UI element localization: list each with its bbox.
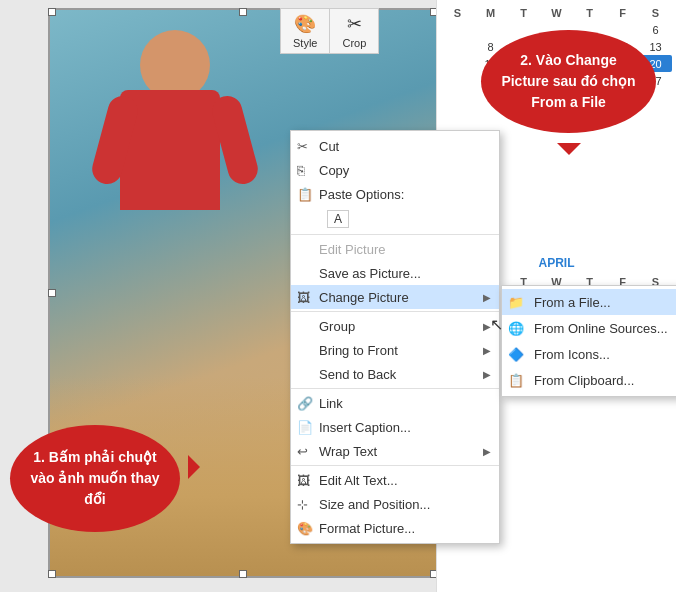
callout-left-text: 1. Bấm phải chuột vào ảnh muốn thay đổi: [30, 449, 159, 507]
ctx-send-back-label: Send to Back: [319, 367, 396, 382]
submenu-clipboard-label: From Clipboard...: [534, 373, 634, 388]
bring-front-arrow: ▶: [483, 345, 491, 356]
crop-icon: ✂: [347, 13, 362, 35]
paste-icon: 📋: [297, 187, 313, 202]
style-label: Style: [293, 37, 317, 49]
divider-3: [291, 388, 499, 389]
ctx-link-label: Link: [319, 396, 343, 411]
ctx-paste-options[interactable]: 📋 Paste Options:: [291, 182, 499, 206]
crop-label: Crop: [342, 37, 366, 49]
change-picture-submenu: 📁 From a File... 🌐 From Online Sources..…: [501, 285, 676, 397]
cal-header-t2: T: [573, 4, 606, 21]
divider-2: [291, 311, 499, 312]
caption-icon: 📄: [297, 420, 313, 435]
cal-header-f1: F: [606, 4, 639, 21]
cal-header-t1: T: [507, 4, 540, 21]
ctx-save-picture[interactable]: Save as Picture...: [291, 261, 499, 285]
ctx-copy[interactable]: ⎘ Copy: [291, 158, 499, 182]
ctx-change-picture-label: Change Picture: [319, 290, 409, 305]
picture-toolbar: 🎨 Style ✂ Crop: [280, 8, 379, 54]
cut-icon: ✂: [297, 139, 308, 154]
online-icon: 🌐: [508, 321, 524, 336]
ctx-format-picture[interactable]: 🎨 Format Picture...: [291, 516, 499, 540]
cal-header-s1: S: [441, 4, 474, 21]
icons-icon: 🔷: [508, 347, 524, 362]
clipboard-icon: 📋: [508, 373, 524, 388]
size-icon: ⊹: [297, 497, 308, 512]
send-back-arrow: ▶: [483, 369, 491, 380]
ctx-format-picture-label: Format Picture...: [319, 521, 415, 536]
ctx-wrap-text-label: Wrap Text: [319, 444, 377, 459]
ctx-edit-alt-label: Edit Alt Text...: [319, 473, 398, 488]
submenu-icons[interactable]: 🔷 From Icons...: [502, 341, 676, 367]
submenu-from-file-label: From a File...: [534, 295, 611, 310]
divider-4: [291, 465, 499, 466]
submenu-icons-label: From Icons...: [534, 347, 610, 362]
link-icon: 🔗: [297, 396, 313, 411]
ctx-copy-label: Copy: [319, 163, 349, 178]
change-picture-icon: 🖼: [297, 290, 310, 305]
ctx-group[interactable]: Group ▶: [291, 314, 499, 338]
context-menu: ✂ Cut ⎘ Copy 📋 Paste Options: A Edit Pic…: [290, 130, 500, 544]
cal-header-m1: M: [474, 4, 507, 21]
style-button[interactable]: 🎨 Style: [280, 8, 329, 54]
alt-icon: 🖼: [297, 473, 310, 488]
boy-figure: [80, 30, 280, 350]
cal-header-s2: S: [639, 4, 672, 21]
ctx-size-position-label: Size and Position...: [319, 497, 430, 512]
callout-right: 2. Vào Change Picture sau đó chọn From a…: [481, 30, 656, 133]
change-picture-arrow: ▶: [483, 292, 491, 303]
ctx-bring-front[interactable]: Bring to Front ▶: [291, 338, 499, 362]
mouse-cursor: ↖: [490, 315, 502, 333]
file-icon: 📁: [508, 295, 524, 310]
wrap-icon: ↩: [297, 444, 308, 459]
ctx-insert-caption[interactable]: 📄 Insert Caption...: [291, 415, 499, 439]
submenu-clipboard[interactable]: 📋 From Clipboard...: [502, 367, 676, 393]
callout-left: 1. Bấm phải chuột vào ảnh muốn thay đổi: [10, 425, 180, 532]
format-icon: 🎨: [297, 521, 313, 536]
divider-1: [291, 234, 499, 235]
ctx-cut-label: Cut: [319, 139, 339, 154]
ctx-link[interactable]: 🔗 Link: [291, 391, 499, 415]
ctx-paste-label: Paste Options:: [319, 187, 404, 202]
copy-icon: ⎘: [297, 163, 305, 178]
ctx-insert-caption-label: Insert Caption...: [319, 420, 411, 435]
ctx-change-picture[interactable]: 🖼 Change Picture ▶ 📁 From a File... 🌐 Fr…: [291, 285, 499, 309]
paste-a-icon: A: [327, 210, 349, 228]
ctx-edit-picture-label: Edit Picture: [319, 242, 385, 257]
ctx-edit-picture[interactable]: Edit Picture: [291, 237, 499, 261]
cal-header-w1: W: [540, 4, 573, 21]
ctx-bring-front-label: Bring to Front: [319, 343, 398, 358]
submenu-from-file[interactable]: 📁 From a File...: [502, 289, 676, 315]
submenu-online-label: From Online Sources...: [534, 321, 668, 336]
callout-right-text: 2. Vào Change Picture sau đó chọn From a…: [501, 52, 635, 110]
ctx-send-back[interactable]: Send to Back ▶: [291, 362, 499, 386]
style-icon: 🎨: [294, 13, 316, 35]
ctx-group-label: Group: [319, 319, 355, 334]
ctx-wrap-text[interactable]: ↩ Wrap Text ▶: [291, 439, 499, 463]
submenu-online-sources[interactable]: 🌐 From Online Sources...: [502, 315, 676, 341]
ctx-paste-a[interactable]: A: [291, 206, 499, 232]
ctx-cut[interactable]: ✂ Cut: [291, 134, 499, 158]
wrap-arrow: ▶: [483, 446, 491, 457]
ctx-size-position[interactable]: ⊹ Size and Position...: [291, 492, 499, 516]
ctx-save-picture-label: Save as Picture...: [319, 266, 421, 281]
ctx-edit-alt[interactable]: 🖼 Edit Alt Text...: [291, 468, 499, 492]
crop-button[interactable]: ✂ Crop: [329, 8, 379, 54]
